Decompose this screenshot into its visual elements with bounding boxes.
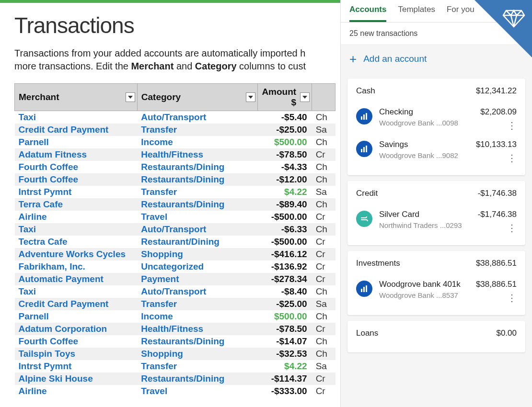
merchant-cell[interactable]: Credit Card Payment bbox=[15, 298, 138, 310]
table-row[interactable]: Adventure Works CyclesShopping-$416.12Cr bbox=[15, 248, 335, 260]
category-cell[interactable]: Shopping bbox=[137, 348, 258, 360]
merchant-cell[interactable]: Alpine Ski House bbox=[15, 373, 138, 385]
table-row[interactable]: AirlineTravel-$500.00Cr bbox=[15, 211, 335, 223]
table-row[interactable]: Adatum FitnessHealth/Fitness-$78.50Cr bbox=[15, 148, 335, 161]
category-cell[interactable]: Income bbox=[137, 136, 258, 148]
col-header-amount[interactable]: Amount $ bbox=[258, 84, 312, 111]
table-row[interactable]: Fabrikham, Inc.Uncategorized-$136.92Cr bbox=[15, 260, 335, 273]
table-row[interactable]: ParnellIncome$500.00Ch bbox=[15, 136, 335, 148]
account-cell: Cr bbox=[312, 260, 335, 273]
amount-cell: -$78.50 bbox=[258, 323, 312, 335]
amount-cell: $4.22 bbox=[258, 186, 312, 198]
merchant-cell[interactable]: Airline bbox=[15, 211, 138, 223]
account-info: Silver CardNorthwind Traders ...0293 bbox=[379, 210, 471, 229]
col-header-category[interactable]: Category bbox=[137, 84, 258, 111]
account-item[interactable]: SavingsWoodgrove Bank ...9082$10,133.13⋮ bbox=[356, 135, 517, 168]
category-cell[interactable]: Health/Fitness bbox=[137, 148, 258, 161]
dropdown-icon[interactable] bbox=[246, 92, 255, 102]
table-row[interactable]: Tailspin ToysShopping-$32.53Ch bbox=[15, 348, 335, 360]
tab-accounts[interactable]: Accounts bbox=[349, 5, 386, 22]
dropdown-icon[interactable] bbox=[300, 92, 310, 102]
merchant-cell[interactable]: Parnell bbox=[15, 136, 138, 148]
account-group-investments: Investments$38,886.51Woodgrove bank 401k… bbox=[347, 251, 525, 315]
merchant-cell[interactable]: Taxi bbox=[15, 111, 138, 124]
account-item[interactable]: Silver CardNorthwind Traders ...0293-$1,… bbox=[356, 205, 517, 237]
category-cell[interactable]: Restaurant/Dining bbox=[137, 236, 258, 248]
svg-rect-3 bbox=[361, 149, 362, 152]
tab-templates[interactable]: Templates bbox=[398, 5, 435, 22]
diamond-icon bbox=[502, 9, 525, 30]
account-item[interactable]: CheckingWoodgrove Bank ...0098$2,208.09⋮ bbox=[356, 102, 517, 135]
table-row[interactable]: Fourth CoffeeRestaurants/Dining-$14.07Ch bbox=[15, 335, 335, 348]
table-row[interactable]: TaxiAuto/Transport-$8.40Ch bbox=[15, 285, 335, 298]
table-row[interactable]: Alpine Ski HouseRestaurants/Dining-$114.… bbox=[15, 373, 335, 385]
category-cell[interactable]: Payment bbox=[137, 273, 258, 285]
table-row[interactable]: Intrst PymntTransfer$4.22Sa bbox=[15, 360, 335, 373]
table-row[interactable]: Fourth CoffeeRestaurants/Dining-$4.33Ch bbox=[15, 161, 335, 173]
category-cell[interactable]: Travel bbox=[137, 211, 258, 223]
category-cell[interactable]: Auto/Transport bbox=[137, 285, 258, 298]
category-cell[interactable]: Restaurants/Dining bbox=[137, 161, 258, 173]
table-row[interactable]: Tectra CafeRestaurant/Dining-$500.00Cr bbox=[15, 236, 335, 248]
table-row[interactable]: Adatum CorporationHealth/Fitness-$78.50C… bbox=[15, 323, 335, 335]
table-row[interactable]: TaxiAuto/Transport-$5.40Ch bbox=[15, 111, 335, 124]
table-row[interactable]: Fourth CoffeeRestaurants/Dining-$12.00Ch bbox=[15, 173, 335, 186]
merchant-cell[interactable]: Fourth Coffee bbox=[15, 335, 138, 348]
merchant-cell[interactable]: Parnell bbox=[15, 310, 138, 323]
merchant-cell[interactable]: Tailspin Toys bbox=[15, 348, 138, 360]
merchant-cell[interactable]: Fabrikham, Inc. bbox=[15, 260, 138, 273]
table-row[interactable]: ParnellIncome$500.00Ch bbox=[15, 310, 335, 323]
table-row[interactable]: Credit Card PaymentTransfer-$25.00Sa bbox=[15, 298, 335, 310]
category-cell[interactable]: Restaurants/Dining bbox=[137, 198, 258, 211]
col-header-merchant-label: Merchant bbox=[19, 92, 59, 102]
merchant-cell[interactable]: Taxi bbox=[15, 223, 138, 236]
category-cell[interactable]: Auto/Transport bbox=[137, 111, 258, 124]
category-cell[interactable]: Transfer bbox=[137, 360, 258, 373]
merchant-cell[interactable]: Adatum Corporation bbox=[15, 323, 138, 335]
merchant-cell[interactable]: Fourth Coffee bbox=[15, 161, 138, 173]
account-item[interactable]: Woodgrove bank 401kWoodgrove Bank ...853… bbox=[356, 275, 517, 307]
merchant-cell[interactable]: Automatic Payment bbox=[15, 273, 138, 285]
merchant-cell[interactable]: Intrst Pymnt bbox=[15, 186, 138, 198]
category-cell[interactable]: Health/Fitness bbox=[137, 323, 258, 335]
more-icon[interactable]: ⋮ bbox=[478, 223, 517, 233]
merchant-cell[interactable]: Taxi bbox=[15, 285, 138, 298]
account-cell: Cr bbox=[312, 323, 335, 335]
category-cell[interactable]: Transfer bbox=[137, 124, 258, 136]
category-cell[interactable]: Transfer bbox=[137, 298, 258, 310]
merchant-cell[interactable]: Airline bbox=[15, 385, 138, 397]
merchant-cell[interactable]: Intrst Pymnt bbox=[15, 360, 138, 373]
merchant-cell[interactable]: Adatum Fitness bbox=[15, 148, 138, 161]
table-row[interactable]: Automatic PaymentPayment-$278.34Cr bbox=[15, 273, 335, 285]
transactions-table: Merchant Category Amount $ TaxiAuto/Tran… bbox=[14, 83, 335, 397]
table-row[interactable]: TaxiAuto/Transport-$6.33Ch bbox=[15, 223, 335, 236]
category-cell[interactable]: Auto/Transport bbox=[137, 223, 258, 236]
more-icon[interactable]: ⋮ bbox=[480, 121, 517, 130]
more-icon[interactable]: ⋮ bbox=[476, 293, 517, 303]
merchant-cell[interactable]: Adventure Works Cycles bbox=[15, 248, 138, 260]
merchant-cell[interactable]: Fourth Coffee bbox=[15, 173, 138, 186]
category-cell[interactable]: Income bbox=[137, 310, 258, 323]
table-row[interactable]: AirlineTravel-$333.00Cr bbox=[15, 385, 335, 397]
category-cell[interactable]: Travel bbox=[137, 385, 258, 397]
table-row[interactable]: Terra CafeRestaurants/Dining-$89.40Ch bbox=[15, 198, 335, 211]
col-header-merchant[interactable]: Merchant bbox=[15, 84, 138, 111]
more-icon[interactable]: ⋮ bbox=[476, 153, 517, 163]
dropdown-icon[interactable] bbox=[126, 92, 135, 102]
amount-cell: -$5.40 bbox=[258, 111, 312, 124]
category-cell[interactable]: Restaurants/Dining bbox=[137, 373, 258, 385]
account-cell: Ch bbox=[312, 223, 335, 236]
merchant-cell[interactable]: Credit Card Payment bbox=[15, 124, 138, 136]
merchant-cell[interactable]: Tectra Cafe bbox=[15, 236, 138, 248]
category-cell[interactable]: Transfer bbox=[137, 186, 258, 198]
table-row[interactable]: Intrst PymntTransfer$4.22Sa bbox=[15, 186, 335, 198]
category-cell[interactable]: Uncategorized bbox=[137, 260, 258, 273]
account-group-credit: Credit-$1,746.38Silver CardNorthwind Tra… bbox=[347, 181, 525, 245]
account-name: Savings bbox=[379, 140, 469, 149]
category-cell[interactable]: Restaurants/Dining bbox=[137, 335, 258, 348]
table-row[interactable]: Credit Card PaymentTransfer-$25.00Sa bbox=[15, 124, 335, 136]
tab-for-you[interactable]: For you bbox=[447, 5, 474, 22]
category-cell[interactable]: Shopping bbox=[137, 248, 258, 260]
merchant-cell[interactable]: Terra Cafe bbox=[15, 198, 138, 211]
category-cell[interactable]: Restaurants/Dining bbox=[137, 173, 258, 186]
